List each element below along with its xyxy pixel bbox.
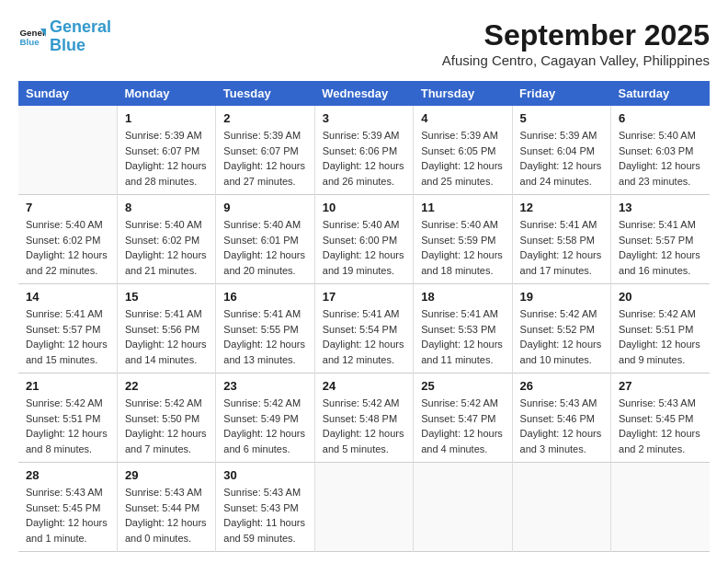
cell-w2-d5: 19Sunrise: 5:42 AMSunset: 5:52 PMDayligh… — [512, 284, 610, 373]
cell-w0-d1: 1Sunrise: 5:39 AMSunset: 6:07 PMDaylight… — [117, 106, 215, 195]
calendar-table: Sunday Monday Tuesday Wednesday Thursday… — [18, 81, 710, 552]
cell-w1-d4: 11Sunrise: 5:40 AMSunset: 5:59 PMDayligh… — [414, 195, 512, 284]
cell-info: Sunrise: 5:42 AMSunset: 5:49 PMDaylight:… — [223, 396, 306, 456]
day-number: 10 — [323, 201, 405, 214]
cell-info: Sunrise: 5:40 AMSunset: 6:03 PMDaylight:… — [619, 128, 702, 189]
cell-w3-d2: 23Sunrise: 5:42 AMSunset: 5:49 PMDayligh… — [216, 373, 314, 463]
col-sunday: Sunday — [18, 81, 117, 106]
cell-info: Sunrise: 5:42 AMSunset: 5:51 PMDaylight:… — [26, 396, 109, 456]
day-number: 21 — [26, 379, 109, 393]
cell-info: Sunrise: 5:41 AMSunset: 5:54 PMDaylight:… — [323, 306, 405, 367]
day-number: 2 — [223, 111, 306, 125]
cell-w2-d1: 15Sunrise: 5:41 AMSunset: 5:56 PMDayligh… — [117, 284, 215, 373]
cell-info: Sunrise: 5:41 AMSunset: 5:55 PMDaylight:… — [223, 306, 306, 367]
cell-info: Sunrise: 5:41 AMSunset: 5:53 PMDaylight:… — [421, 306, 504, 367]
day-number: 27 — [619, 379, 702, 393]
day-number: 7 — [26, 201, 109, 214]
cell-w0-d5: 5Sunrise: 5:39 AMSunset: 6:04 PMDaylight… — [512, 106, 610, 195]
svg-text:Blue: Blue — [20, 37, 40, 47]
day-number: 23 — [223, 379, 306, 393]
cell-info: Sunrise: 5:42 AMSunset: 5:52 PMDaylight:… — [520, 306, 603, 367]
cell-w4-d4 — [414, 463, 512, 552]
cell-info: Sunrise: 5:40 AMSunset: 5:59 PMDaylight:… — [421, 217, 504, 278]
cell-info: Sunrise: 5:43 AMSunset: 5:46 PMDaylight:… — [520, 396, 603, 456]
day-number: 12 — [520, 201, 603, 214]
day-number: 25 — [421, 379, 504, 393]
week-row-4: 21Sunrise: 5:42 AMSunset: 5:51 PMDayligh… — [18, 373, 710, 463]
day-number: 1 — [125, 111, 208, 125]
cell-info: Sunrise: 5:40 AMSunset: 6:02 PMDaylight:… — [26, 217, 109, 278]
logo-blue: Blue — [50, 36, 85, 54]
day-number: 28 — [26, 468, 109, 482]
logo-icon: General Blue — [18, 23, 46, 51]
calendar-header-row: Sunday Monday Tuesday Wednesday Thursday… — [18, 81, 710, 106]
week-row-5: 28Sunrise: 5:43 AMSunset: 5:45 PMDayligh… — [18, 463, 710, 552]
cell-info: Sunrise: 5:41 AMSunset: 5:57 PMDaylight:… — [26, 306, 109, 367]
cell-w1-d0: 7Sunrise: 5:40 AMSunset: 6:02 PMDaylight… — [18, 195, 117, 284]
cell-w1-d2: 9Sunrise: 5:40 AMSunset: 6:01 PMDaylight… — [216, 195, 314, 284]
week-row-3: 14Sunrise: 5:41 AMSunset: 5:57 PMDayligh… — [18, 284, 710, 373]
cell-info: Sunrise: 5:40 AMSunset: 6:02 PMDaylight:… — [125, 217, 208, 278]
cell-w1-d3: 10Sunrise: 5:40 AMSunset: 6:00 PMDayligh… — [314, 195, 413, 284]
cell-w2-d4: 18Sunrise: 5:41 AMSunset: 5:53 PMDayligh… — [414, 284, 512, 373]
week-row-2: 7Sunrise: 5:40 AMSunset: 6:02 PMDaylight… — [18, 195, 710, 284]
day-number: 11 — [421, 201, 504, 214]
day-number: 19 — [520, 290, 603, 304]
day-number: 22 — [125, 379, 208, 393]
day-number: 24 — [323, 379, 405, 393]
day-number: 6 — [619, 111, 702, 125]
cell-info: Sunrise: 5:41 AMSunset: 5:58 PMDaylight:… — [520, 217, 603, 278]
cell-w0-d4: 4Sunrise: 5:39 AMSunset: 6:05 PMDaylight… — [414, 106, 512, 195]
cell-info: Sunrise: 5:42 AMSunset: 5:48 PMDaylight:… — [323, 396, 405, 456]
day-number: 30 — [223, 468, 306, 482]
day-number: 29 — [125, 468, 208, 482]
cell-w1-d1: 8Sunrise: 5:40 AMSunset: 6:02 PMDaylight… — [117, 195, 215, 284]
cell-w0-d6: 6Sunrise: 5:40 AMSunset: 6:03 PMDaylight… — [611, 106, 710, 195]
day-number: 3 — [323, 111, 405, 125]
cell-w2-d6: 20Sunrise: 5:42 AMSunset: 5:51 PMDayligh… — [611, 284, 710, 373]
cell-info: Sunrise: 5:42 AMSunset: 5:51 PMDaylight:… — [619, 306, 702, 367]
day-number: 20 — [619, 290, 702, 304]
cell-w3-d1: 22Sunrise: 5:42 AMSunset: 5:50 PMDayligh… — [117, 373, 215, 463]
location: Afusing Centro, Cagayan Valley, Philippi… — [442, 52, 710, 68]
logo-general: General — [50, 17, 111, 36]
cell-w3-d4: 25Sunrise: 5:42 AMSunset: 5:47 PMDayligh… — [414, 373, 512, 463]
cell-info: Sunrise: 5:43 AMSunset: 5:45 PMDaylight:… — [26, 485, 109, 546]
cell-w2-d2: 16Sunrise: 5:41 AMSunset: 5:55 PMDayligh… — [216, 284, 314, 373]
col-tuesday: Tuesday — [216, 81, 314, 106]
cell-w3-d3: 24Sunrise: 5:42 AMSunset: 5:48 PMDayligh… — [314, 373, 413, 463]
day-number: 13 — [619, 201, 702, 214]
cell-w1-d5: 12Sunrise: 5:41 AMSunset: 5:58 PMDayligh… — [512, 195, 610, 284]
cell-info: Sunrise: 5:41 AMSunset: 5:56 PMDaylight:… — [125, 306, 208, 367]
cell-w0-d3: 3Sunrise: 5:39 AMSunset: 6:06 PMDaylight… — [314, 106, 413, 195]
week-row-1: 1Sunrise: 5:39 AMSunset: 6:07 PMDaylight… — [18, 106, 710, 195]
col-friday: Friday — [512, 81, 610, 106]
cell-w3-d5: 26Sunrise: 5:43 AMSunset: 5:46 PMDayligh… — [512, 373, 610, 463]
cell-info: Sunrise: 5:40 AMSunset: 6:00 PMDaylight:… — [323, 217, 405, 278]
col-monday: Monday — [117, 81, 215, 106]
cell-w4-d6 — [611, 463, 710, 552]
cell-w2-d3: 17Sunrise: 5:41 AMSunset: 5:54 PMDayligh… — [314, 284, 413, 373]
cell-info: Sunrise: 5:39 AMSunset: 6:07 PMDaylight:… — [223, 128, 306, 189]
cell-w4-d5 — [512, 463, 610, 552]
cell-w4-d2: 30Sunrise: 5:43 AMSunset: 5:43 PMDayligh… — [216, 463, 314, 552]
col-thursday: Thursday — [414, 81, 512, 106]
cell-info: Sunrise: 5:39 AMSunset: 6:05 PMDaylight:… — [421, 128, 504, 189]
day-number: 14 — [26, 290, 109, 304]
cell-info: Sunrise: 5:39 AMSunset: 6:06 PMDaylight:… — [323, 128, 405, 189]
cell-info: Sunrise: 5:40 AMSunset: 6:01 PMDaylight:… — [223, 217, 306, 278]
day-number: 16 — [223, 290, 306, 304]
day-number: 4 — [421, 111, 504, 125]
top-bar: General Blue General Blue September 2025… — [18, 18, 710, 72]
cell-w1-d6: 13Sunrise: 5:41 AMSunset: 5:57 PMDayligh… — [611, 195, 710, 284]
col-saturday: Saturday — [611, 81, 710, 106]
cell-w4-d1: 29Sunrise: 5:43 AMSunset: 5:44 PMDayligh… — [117, 463, 215, 552]
col-wednesday: Wednesday — [314, 81, 413, 106]
cell-w4-d3 — [314, 463, 413, 552]
cell-info: Sunrise: 5:41 AMSunset: 5:57 PMDaylight:… — [619, 217, 702, 278]
cell-w3-d6: 27Sunrise: 5:43 AMSunset: 5:45 PMDayligh… — [611, 373, 710, 463]
cell-info: Sunrise: 5:43 AMSunset: 5:45 PMDaylight:… — [619, 396, 702, 456]
cell-info: Sunrise: 5:43 AMSunset: 5:43 PMDaylight:… — [223, 485, 306, 546]
cell-info: Sunrise: 5:42 AMSunset: 5:47 PMDaylight:… — [421, 396, 504, 456]
day-number: 17 — [323, 290, 405, 304]
